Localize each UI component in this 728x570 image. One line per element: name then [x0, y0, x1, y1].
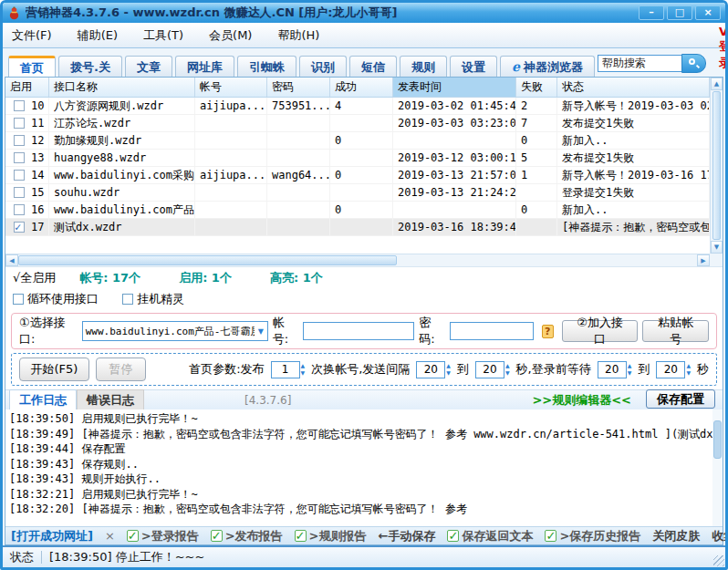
spinner-down-icon[interactable]: ▼ [505, 369, 510, 377]
table-row[interactable]: 16www.baidulinyi.com产品...00新加入.. [5, 202, 710, 219]
row-checkbox[interactable] [14, 187, 25, 198]
tab-spider[interactable]: 引蜘蛛 [237, 56, 296, 77]
resize-grip[interactable] [713, 555, 724, 566]
toolbar-check-rule-report[interactable]: >规则报告 [295, 528, 367, 544]
table-row[interactable]: 15souhu.wzdr2019-03-13 21:24:22登录提交1失败 [5, 184, 710, 202]
toolbar-check-label: 保存返回文本 [462, 528, 533, 544]
table-row[interactable]: 10八方资源网规则.wzdraijiupa...753951...42019-0… [5, 98, 710, 115]
tab-article[interactable]: 文章 [125, 56, 172, 77]
spinner-up-icon[interactable]: ▲ [686, 362, 691, 369]
toolbar-collector-file[interactable]: 收集器1.txt [712, 528, 728, 544]
row-name: 江苏论坛.wzdr [49, 115, 195, 131]
join-interface-button[interactable]: ②加入接口 [562, 320, 639, 342]
spinner-up-icon[interactable]: ▲ [301, 362, 306, 369]
interval-to-input[interactable] [475, 361, 504, 378]
toolbar-check-login-report[interactable]: >登录报告 [127, 528, 199, 544]
spinner-down-icon[interactable]: ▼ [301, 369, 306, 377]
spinner-up-icon[interactable]: ▲ [628, 362, 632, 369]
spinner-up-icon[interactable]: ▲ [446, 362, 451, 369]
interface-select[interactable]: www.baidulinyi.com产品-七哥霸屏网出品.v ▼ [82, 321, 268, 341]
vertical-scroll-thumb[interactable] [712, 91, 721, 240]
search-input[interactable] [598, 55, 681, 72]
start-button[interactable]: 开始(F5) [19, 358, 89, 381]
scroll-down-icon[interactable]: ▼ [711, 241, 723, 254]
table-row[interactable]: 14www.baidulinyi.com采购...aijiupa...wang6… [5, 167, 710, 184]
tab-home[interactable]: 首页 [8, 56, 56, 77]
column-header-1[interactable]: 接口名称 [49, 78, 195, 97]
row-status: 新加入.. [557, 132, 710, 149]
interval-from-input[interactable] [416, 361, 445, 378]
column-header-7[interactable]: 状态 [557, 78, 710, 97]
menu-item-member[interactable]: 会员(M) [209, 27, 252, 44]
row-checkbox[interactable] [14, 170, 25, 181]
paste-account-button[interactable]: 粘贴帐号 [642, 320, 709, 342]
help-icon[interactable]: ? [542, 325, 554, 338]
column-header-6[interactable]: 失败 [516, 78, 557, 97]
account-field[interactable] [303, 322, 414, 340]
wait-from-input[interactable] [598, 361, 627, 378]
spinner-down-icon[interactable]: ▼ [628, 369, 632, 377]
menu-item-assist[interactable]: 辅助(E) [78, 27, 118, 44]
horizontal-scroll-thumb[interactable] [18, 255, 397, 265]
row-checkbox[interactable] [14, 100, 25, 111]
toolbar-clear[interactable]: × [105, 529, 115, 543]
toolbar-open-success-url[interactable]: [打开成功网址] [11, 528, 93, 544]
toolbar-check-publish-report[interactable]: >发布报告 [211, 528, 283, 544]
column-header-5[interactable]: 发表时间 [393, 78, 516, 97]
horizontal-scrollbar[interactable]: ◀ ▶ [5, 254, 710, 266]
close-button[interactable]: × [695, 5, 721, 20]
log-scroll-thumb[interactable] [713, 420, 722, 459]
tab-browser[interactable]: e神器浏览器 [500, 56, 595, 77]
row-checkbox[interactable] [14, 135, 25, 146]
column-header-4[interactable]: 成功 [330, 78, 393, 97]
minimize-button[interactable]: – [639, 5, 664, 20]
tab-error-log[interactable]: 错误日志 [77, 389, 144, 409]
toolbar-close-skin[interactable]: 关闭皮肤 [652, 528, 700, 544]
column-header-2[interactable]: 帐号 [195, 78, 267, 97]
scroll-right-icon[interactable]: ▶ [697, 254, 710, 266]
tab-settings[interactable]: 设置 [450, 56, 497, 77]
log-scrollbar[interactable] [712, 409, 723, 526]
save-config-button[interactable]: 保存配置 [646, 389, 715, 409]
spinner-down-icon[interactable]: ▼ [446, 369, 451, 377]
row-checkbox[interactable] [14, 118, 25, 129]
select-all-toggle[interactable]: √全启用 [13, 270, 56, 286]
column-header-3[interactable]: 密码 [267, 78, 330, 97]
vip-login-link[interactable]: VIP登录 [719, 25, 728, 71]
spinner-up-icon[interactable]: ▲ [505, 362, 510, 369]
password-field[interactable] [450, 322, 534, 340]
loop-interface-checkbox[interactable]: 循环使用接口 [13, 291, 99, 307]
horizontal-scroll-track[interactable] [18, 254, 697, 266]
tab-dial[interactable]: 拨号.关 [58, 56, 122, 77]
search-button[interactable] [681, 54, 706, 73]
table-row[interactable]: 17测试dx.wzdr2019-03-16 18:39:49[神器提示：抱歉，密… [5, 219, 710, 236]
tab-work-log[interactable]: 工作日志 [9, 389, 77, 409]
row-checkbox[interactable] [14, 222, 25, 233]
table-row[interactable]: 12勤加缘规则.wzdr00新加入.. [5, 132, 710, 150]
toolbar-manual-save[interactable]: ←手动保存 [379, 528, 436, 544]
row-checkbox[interactable] [14, 152, 25, 163]
spinner-down-icon[interactable]: ▼ [686, 369, 691, 377]
column-header-0[interactable]: 启用 [5, 78, 49, 97]
tab-url-lib[interactable]: 网址库 [175, 56, 234, 77]
maximize-button[interactable]: □ [667, 5, 692, 20]
tab-identify[interactable]: 识别 [299, 56, 347, 77]
pause-button[interactable]: 暂停 [96, 358, 146, 381]
scroll-up-icon[interactable]: ▲ [711, 78, 723, 90]
vertical-scrollbar[interactable]: ▲ ▼ [710, 78, 723, 254]
menu-item-tools[interactable]: 工具(T) [143, 27, 183, 44]
table-row[interactable]: 11江苏论坛.wzdr2019-03-03 03:23:037发布提交1失败 [5, 115, 710, 132]
publish-count-input[interactable] [271, 361, 300, 378]
rule-editor-link[interactable]: >>规则编辑器<< [532, 392, 631, 409]
toolbar-check-save-return-text[interactable]: 保存返回文本 [447, 528, 533, 544]
wait-to-input[interactable] [656, 361, 685, 378]
hangup-genie-checkbox[interactable]: 挂机精灵 [122, 291, 184, 307]
table-row[interactable]: 13huangye88.wzdr2019-03-12 03:00:145发布提交… [5, 150, 710, 167]
tab-sms[interactable]: 短信 [349, 56, 397, 77]
tab-rules[interactable]: 规则 [400, 56, 447, 77]
row-checkbox[interactable] [14, 204, 25, 215]
scroll-left-icon[interactable]: ◀ [5, 254, 18, 266]
toolbar-check-save-history-report[interactable]: >保存历史报告 [545, 528, 640, 544]
menu-item-file[interactable]: 文件(F) [12, 27, 52, 44]
menu-item-help[interactable]: 帮助(H) [277, 27, 319, 44]
